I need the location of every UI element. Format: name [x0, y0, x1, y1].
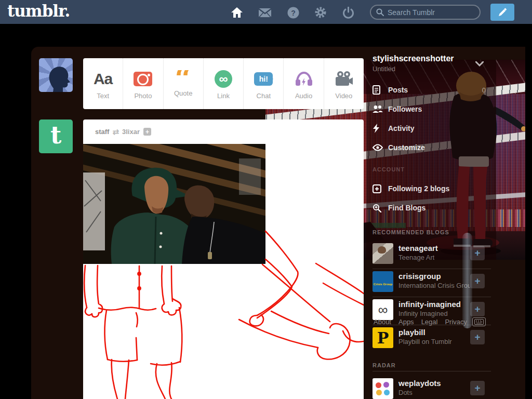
- reblog-icon: ⇄: [112, 127, 119, 137]
- follow-button[interactable]: +: [470, 381, 485, 395]
- sidebar-item-find-blogs[interactable]: Find Blogs: [373, 201, 490, 215]
- customize-eye-icon: [373, 144, 383, 151]
- blog-avatar: [373, 243, 393, 264]
- footer-link-privacy[interactable]: Privacy: [445, 318, 467, 326]
- blog-name: stylishscreenshotter: [373, 54, 454, 63]
- link-icon: ∞: [215, 70, 232, 88]
- posts-icon: [373, 85, 381, 95]
- blog-title: Untitled: [373, 65, 454, 73]
- dot-yellow: [376, 390, 382, 395]
- dot-red: [376, 382, 381, 388]
- dot-blue: [384, 390, 390, 395]
- footer-link-legal[interactable]: Legal: [421, 318, 438, 326]
- pencil-icon: [497, 7, 508, 18]
- tumblr-dashboard: tumblr. ? t Aa Text: [0, 0, 532, 399]
- headphones-icon: [295, 71, 313, 87]
- tumblr-t-glyph: t: [50, 121, 61, 149]
- default-avatar-silhouette: [39, 58, 73, 92]
- follow-button[interactable]: +: [470, 302, 485, 316]
- user-avatar[interactable]: [39, 58, 73, 92]
- follow-button[interactable]: +: [470, 330, 485, 344]
- recommended-blog-row[interactable]: Crisis Group crisisgroup International C…: [373, 270, 491, 295]
- top-navbar: tumblr. ?: [0, 0, 532, 24]
- sidebar-item-customize[interactable]: Customize: [373, 141, 490, 154]
- dot-purple: [383, 382, 389, 388]
- help-icon[interactable]: ?: [286, 6, 300, 19]
- post-source-link[interactable]: 3lixar: [122, 128, 140, 136]
- find-blogs-icon: [373, 204, 382, 212]
- followers-icon: [373, 105, 383, 113]
- quote-icon: “: [175, 70, 192, 88]
- recommended-blog-row[interactable]: teenageart Teenage Art +: [373, 242, 491, 267]
- footer-link-apps[interactable]: Apps: [398, 318, 414, 326]
- blog-avatar: [373, 378, 393, 399]
- movie-camera-icon: [334, 71, 354, 87]
- compose-button[interactable]: [490, 4, 514, 21]
- right-sidebar: stylishscreenshotter Untitled Posts 0 Fo…: [366, 47, 496, 399]
- search-input[interactable]: [388, 8, 471, 17]
- keyboard-shortcuts-button[interactable]: [472, 317, 486, 326]
- radar-blog-row[interactable]: weplaydots Dots +: [373, 377, 491, 399]
- recommended-blog-row[interactable]: P playbill Playbill on Tumblr +: [373, 326, 491, 351]
- post-author-link[interactable]: staff: [95, 128, 109, 136]
- blog-switcher[interactable]: stylishscreenshotter Untitled: [373, 54, 454, 73]
- dashboard-post: staff ⇄ 3lixar +: [83, 119, 364, 399]
- gear-icon[interactable]: [314, 6, 327, 19]
- red-doodle-drawing: [83, 144, 364, 399]
- footer-link-about[interactable]: About: [374, 318, 391, 326]
- sidebar-item-followers[interactable]: Followers: [373, 102, 490, 116]
- sidebar-item-posts[interactable]: Posts 0: [373, 83, 490, 97]
- tumblr-blog-avatar[interactable]: t: [39, 119, 73, 153]
- sidebar-item-following[interactable]: Following 2 blogs: [373, 182, 490, 195]
- text-post-icon: Aa: [94, 68, 112, 90]
- blog-avatar: Crisis Group: [373, 271, 393, 292]
- post-composer-bar: Aa Text Photo “ Quote ∞ Link hi! Chat: [83, 58, 364, 109]
- post-header: staff ⇄ 3lixar +: [83, 119, 364, 144]
- follow-button[interactable]: +: [470, 274, 485, 288]
- radar-header: RADAR: [373, 362, 396, 368]
- mail-icon[interactable]: [258, 6, 272, 19]
- divider: [373, 297, 491, 297]
- svg-text:?: ?: [291, 8, 296, 17]
- composer-quote-button[interactable]: “ Quote: [163, 58, 203, 109]
- composer-text-button[interactable]: Aa Text: [83, 58, 123, 109]
- keyboard-icon: [474, 319, 484, 325]
- divider: [373, 371, 491, 371]
- sidebar-footer: About Apps Legal Privacy: [366, 315, 496, 328]
- activity-icon: [373, 124, 380, 133]
- composer-video-button[interactable]: Video: [324, 58, 364, 109]
- sidebar-item-activity[interactable]: Activity: [373, 122, 490, 135]
- composer-photo-button[interactable]: Photo: [123, 58, 163, 109]
- home-icon[interactable]: [230, 6, 244, 19]
- power-icon[interactable]: [341, 6, 355, 19]
- blog-avatar: P: [373, 327, 393, 348]
- following-icon: [373, 184, 381, 193]
- divider: [373, 269, 491, 269]
- tumblr-logo[interactable]: tumblr.: [7, 2, 70, 20]
- composer-audio-button[interactable]: Audio: [283, 58, 323, 109]
- search-icon: [376, 8, 384, 16]
- account-section-label: ACCOUNT: [373, 166, 405, 172]
- posts-count: 0: [482, 86, 486, 94]
- chat-bubble-icon: hi!: [254, 72, 273, 86]
- chevron-down-icon[interactable]: [475, 61, 484, 66]
- composer-link-button[interactable]: ∞ Link: [203, 58, 243, 109]
- search-bar[interactable]: [370, 5, 481, 20]
- follow-button[interactable]: +: [470, 246, 485, 260]
- recommended-blogs-header: RECOMMENDED BLOGS: [373, 229, 449, 235]
- follow-plus-badge[interactable]: +: [143, 128, 151, 136]
- post-image[interactable]: [83, 144, 364, 399]
- composer-chat-button[interactable]: hi! Chat: [243, 58, 283, 109]
- camera-icon: [134, 72, 152, 86]
